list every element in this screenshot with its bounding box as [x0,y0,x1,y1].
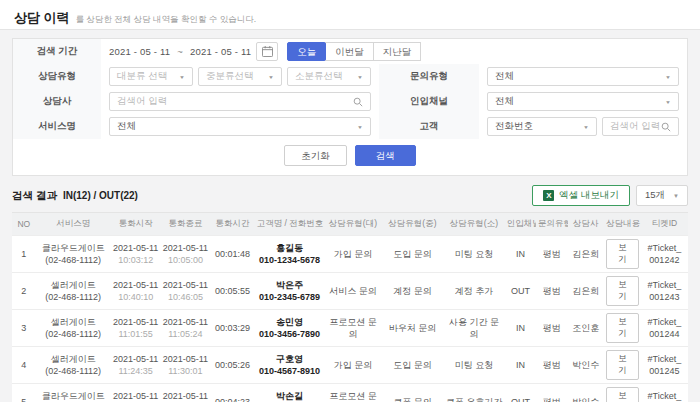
column-header: 문의유형 [536,213,567,236]
counsel-type-major-select[interactable]: 대분류 선택 ▼ [109,67,193,86]
chevron-down-icon: ▼ [357,74,363,79]
label-counselor: 상담사 [13,89,101,114]
field-service-name: 전체 ▼ [101,114,379,139]
cell-counselor: 박인수 [568,347,605,384]
customer-placeholder: 검색어 입력 [610,120,661,133]
cell-customer: 홍길동 010-1234-5678 [255,236,324,273]
counsel-type-minor-value: 소분류선택 [295,70,343,83]
field-search-period: 2021 - 05 - 11 ~ 2021 - 05 - 11 오늘 이번달 지… [101,39,687,64]
inbound-channel-select[interactable]: 전체 ▼ [487,92,679,111]
end-date-value[interactable]: 2021 - 05 - 11 [190,46,251,57]
view-button[interactable]: 보기 [606,313,639,343]
chevron-down-icon: ▼ [179,74,185,79]
counsel-type-minor-select[interactable]: 소분류선택 ▼ [287,67,371,86]
ticket-prefix-text: #Ticket_ [643,316,686,328]
quick-range-this-month[interactable]: 이번달 [325,42,374,61]
form-actions: 초기화 검색 [13,139,687,175]
calendar-button[interactable] [256,42,278,61]
cell-counsel-type-minor: 계정 추가 [443,273,505,310]
call-end-time: 10:05:00 [163,254,209,266]
date-range-separator: ~ [177,46,183,57]
cell-channel: IN [505,347,536,384]
cell-service: 클라우드게이트 (02-468-1112) [36,236,111,273]
counselor-search-input[interactable]: 검색어 입력 [109,92,371,111]
ticket-prefix-text: #Ticket_ [643,353,686,365]
cell-counselor: 박인수 [568,384,605,402]
cell-call-end: 2021-05-11 10:05:00 [161,236,211,273]
ticket-number-text: 001245 [643,365,686,377]
ticket-number-text: 001242 [643,254,686,266]
cell-no: 2 [12,273,36,310]
quick-range-last-month[interactable]: 지난달 [373,42,422,61]
excel-export-button[interactable]: X 엑셀 내보내기 [532,185,630,206]
customer-phone-text: 010-4567-8910 [257,365,322,377]
quick-range-today[interactable]: 오늘 [287,42,326,61]
label-customer: 고객 [379,114,479,139]
start-date-value[interactable]: 2021 - 05 - 11 [109,46,170,57]
chevron-down-icon: ▼ [665,99,671,104]
cell-call-start: 2021-05-11 11:01:55 [111,310,161,347]
cell-call-start: 2021-05-11 10:03:12 [111,236,161,273]
call-start-date: 2021-05-11 [113,279,159,291]
counselor-placeholder: 검색어 입력 [117,95,353,108]
page-size-select[interactable]: 15개 ▼ [636,185,688,206]
cell-counsel-type-middle: 도입 문의 [382,236,444,273]
cell-counsel-type-minor: 미팅 요청 [443,347,505,384]
cell-ticket: #Ticket_ 001243 [641,273,688,310]
customer-search-type-select[interactable]: 전화번호 ▼ [487,117,597,136]
top-bar: 상담 이력 를 상담한 전체 상담 내역을 확인할 수 있습니다. [0,0,700,30]
reset-button[interactable]: 초기화 [284,145,347,166]
customer-search-input[interactable]: 검색어 입력 [602,117,679,136]
page-subtitle: 를 상담한 전체 상담 내역을 확인할 수 있습니다. [76,14,256,26]
cell-service: 셀러게이트 (02-468-1112) [36,273,111,310]
service-name-select[interactable]: 전체 ▼ [109,117,371,136]
column-header: 통화종료 [161,213,211,236]
service-phone-text: (02-468-1112) [38,291,109,303]
ticket-prefix-text: #Ticket_ [643,242,686,254]
label-inbound-channel: 인입채널 [379,89,479,114]
excel-icon: X [543,190,554,201]
cell-ticket: #Ticket_ 001244 [641,310,688,347]
call-start-time: 11:24:35 [113,365,159,377]
view-button[interactable]: 보기 [606,239,639,269]
cell-counsel-type-minor: 쿠폰 유효기간 [443,384,505,402]
view-button[interactable]: 보기 [606,276,639,306]
cell-ticket: #Ticket_ 001245 [641,347,688,384]
view-button[interactable]: 보기 [606,350,639,380]
customer-name-text: 박은주 [257,279,322,291]
column-header: 상담내용 [604,213,641,236]
chevron-down-icon: ▼ [665,74,671,79]
counsel-type-major-value: 대분류 선택 [117,70,167,83]
column-header: 인입채널 [505,213,536,236]
cell-counsel-type-major: 프로모션 문의 [324,310,382,347]
cell-view: 보기 [604,273,641,310]
call-start-time: 10:40:10 [113,291,159,303]
table-row: 5 클라우드게이트 (02-468-1112) 2021-05-11 11:55… [12,384,688,402]
cell-counsel-type-middle: 바우처 문의 [382,310,444,347]
customer-search-type-value: 전화번호 [495,120,533,133]
cell-service: 셀러게이트 (02-468-1112) [36,310,111,347]
cell-call-end: 2021-05-11 11:30:01 [161,347,211,384]
cell-customer: 박손길 010-5678-9112 [255,384,324,402]
service-name-text: 클라우드게이트 [38,242,109,254]
search-icon [353,97,363,107]
label-counsel-type: 상담유형 [13,64,101,89]
cell-duration: 00:05:55 [210,273,254,310]
page-size-value: 15개 [645,189,665,202]
call-end-date: 2021-05-11 [163,279,209,291]
counsel-type-middle-select[interactable]: 중분류선택 ▼ [198,67,282,86]
service-name-value: 전체 [117,120,136,133]
column-header: NO [12,213,36,236]
inquiry-type-select[interactable]: 전체 ▼ [487,67,679,86]
field-inquiry-type: 전체 ▼ [479,64,687,89]
cell-customer: 송민영 010-3456-7890 [255,310,324,347]
results-table-wrap: NO서비스명통화시작통화종료통화시간고객명 / 전화번호상담유형(대)상담유형(… [12,212,688,402]
search-button[interactable]: 검색 [355,145,416,166]
cell-call-end: 2021-05-11 11:05:24 [161,310,211,347]
cell-duration: 00:05:26 [210,347,254,384]
results-summary-label: 검색 결과 [12,189,57,203]
results-table: NO서비스명통화시작통화종료통화시간고객명 / 전화번호상담유형(대)상담유형(… [12,213,688,402]
quick-range-group: 오늘 이번달 지난달 [287,42,421,61]
view-button[interactable]: 보기 [606,387,639,402]
label-service-name: 서비스명 [13,114,101,139]
